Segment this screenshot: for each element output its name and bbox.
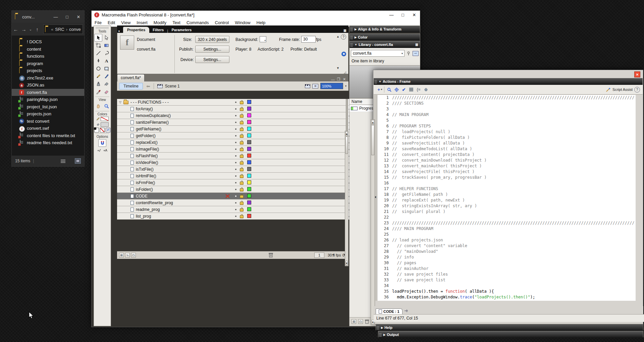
layer-visibility-dot[interactable] bbox=[235, 102, 236, 103]
device-settings-button[interactable]: Settings... bbox=[195, 56, 229, 63]
menu-text[interactable]: Text bbox=[169, 20, 183, 25]
close-icon[interactable]: ✕ bbox=[634, 71, 640, 77]
timeline-layer-row[interactable]: sanitizeFilename() bbox=[117, 119, 346, 126]
scroll-up-icon[interactable]: ▲ bbox=[336, 35, 339, 38]
layer-outline-color-swatch[interactable] bbox=[247, 160, 251, 164]
layer-visibility-dot[interactable] bbox=[235, 149, 236, 150]
layer-visibility-dot[interactable] bbox=[235, 115, 236, 116]
breadcrumb-overflow[interactable]: « bbox=[51, 27, 53, 32]
eyedropper-tool-icon[interactable] bbox=[94, 88, 102, 96]
paint-bucket-tool-icon[interactable] bbox=[102, 80, 110, 88]
menu-commands[interactable]: Commands bbox=[183, 20, 212, 25]
document-tab[interactable]: convert.fla* bbox=[117, 74, 145, 81]
breadcrumb-root[interactable]: SRC bbox=[55, 27, 64, 32]
doc-close-icon[interactable]: ✕ bbox=[341, 77, 347, 81]
file-item[interactable]: project_list.json bbox=[12, 103, 84, 111]
breadcrumb-current[interactable]: conve bbox=[69, 27, 81, 32]
timeline-layer-row[interactable]: isFlashFile() bbox=[117, 153, 346, 159]
file-item[interactable]: projects.json bbox=[12, 110, 84, 118]
maximize-button[interactable]: □ bbox=[397, 11, 409, 19]
straighten-option-icon[interactable] bbox=[103, 148, 108, 154]
brush-tool-icon[interactable] bbox=[102, 72, 110, 80]
check-syntax-icon[interactable]: ✔ bbox=[400, 86, 408, 93]
timeline-layer-row[interactable]: getFileName() bbox=[117, 126, 346, 132]
layer-visibility-dot[interactable] bbox=[235, 162, 236, 163]
new-folder-icon[interactable]: 🗀 bbox=[358, 319, 363, 324]
file-item[interactable]: ! DOCS bbox=[12, 38, 84, 46]
layer-outline-color-swatch[interactable] bbox=[247, 133, 251, 137]
add-motion-guide-icon[interactable]: ∿ bbox=[125, 253, 130, 258]
free-transform-tool-icon[interactable] bbox=[94, 42, 102, 49]
help-icon[interactable]: ? bbox=[634, 87, 640, 93]
layer-lock-icon[interactable] bbox=[240, 195, 244, 198]
layer-outline-color-swatch[interactable] bbox=[247, 201, 251, 205]
script-editor[interactable]: 1///////////////////////////////////////… bbox=[377, 95, 636, 301]
layer-lock-icon[interactable] bbox=[240, 182, 244, 185]
layer-lock-icon[interactable] bbox=[240, 215, 244, 218]
fill-color-swatch[interactable] bbox=[101, 122, 109, 127]
menu-edit[interactable]: Edit bbox=[105, 20, 118, 25]
timeline-layer-row[interactable]: isHtmlFile() bbox=[117, 173, 346, 179]
layer-lock-icon[interactable] bbox=[240, 101, 244, 104]
gradient-transform-tool-icon[interactable] bbox=[102, 42, 110, 49]
details-view-icon[interactable] bbox=[61, 159, 65, 163]
snap-to-objects-magnet-icon[interactable] bbox=[98, 139, 106, 147]
layer-visibility-dot[interactable] bbox=[235, 108, 236, 110]
publish-settings-button[interactable]: Settings... bbox=[195, 46, 229, 53]
layer-visibility-dot[interactable] bbox=[235, 122, 236, 123]
timeline-layer-row[interactable]: getFolder() bbox=[117, 132, 346, 139]
timeline-toggle-button[interactable]: Timeline bbox=[119, 83, 143, 90]
timeline-layer-row[interactable]: isTxtFile() bbox=[117, 166, 346, 173]
actions-window-titlebar[interactable]: ✕ bbox=[373, 70, 643, 78]
auto-format-icon[interactable] bbox=[408, 86, 415, 93]
file-item[interactable]: readme files needed.txt bbox=[12, 139, 84, 147]
menu-modify[interactable]: Modify bbox=[151, 20, 169, 25]
menu-view[interactable]: View bbox=[118, 20, 133, 25]
file-item[interactable]: pairingMap.json bbox=[12, 96, 84, 103]
help-panel-title[interactable]: Help bbox=[384, 326, 392, 330]
timeline-layer-row[interactable]: forArray() bbox=[117, 106, 346, 112]
layer-lock-icon[interactable] bbox=[240, 128, 244, 131]
file-item[interactable]: ↻test convert bbox=[12, 118, 84, 125]
flash-titlebar[interactable]: f Macromedia Flash Professional 8 - [con… bbox=[92, 11, 420, 19]
large-icons-view-icon[interactable] bbox=[75, 158, 81, 164]
back-arrow-icon[interactable]: ⬅ bbox=[146, 83, 150, 89]
file-item[interactable]: program bbox=[12, 60, 84, 67]
timeline-folder-row[interactable]: ▽- - - FUNCTIONS - - - bbox=[117, 99, 346, 106]
close-button[interactable]: ✕ bbox=[73, 11, 84, 23]
insert-layer-icon[interactable]: ⊞ bbox=[119, 253, 124, 258]
forward-icon[interactable]: → bbox=[20, 26, 28, 32]
layer-outline-color-swatch[interactable] bbox=[247, 167, 251, 171]
layer-outline-color-swatch[interactable] bbox=[247, 140, 251, 144]
explorer-titlebar[interactable]: conv... — □ ✕ bbox=[12, 11, 84, 23]
layer-lock-icon[interactable] bbox=[240, 188, 244, 191]
layer-visibility-dot[interactable] bbox=[235, 216, 236, 217]
timeline-vscrollbar[interactable]: ▲ ▼ bbox=[345, 131, 348, 266]
menu-insert[interactable]: Insert bbox=[133, 20, 151, 25]
edit-scene-icon[interactable] bbox=[305, 84, 310, 88]
layer-lock-icon[interactable] bbox=[240, 135, 244, 138]
insert-layer-folder-icon[interactable]: 🗀 bbox=[131, 253, 136, 258]
scroll-down-icon[interactable]: ▼ bbox=[336, 66, 339, 70]
smooth-option-icon[interactable] bbox=[97, 148, 102, 154]
zoom-dropdown-icon[interactable]: ▾ bbox=[345, 84, 346, 88]
align-panel-title[interactable]: Align & Info & Transform bbox=[358, 27, 401, 31]
menu-file[interactable]: File bbox=[92, 20, 105, 25]
recent-locations-icon[interactable]: ⌄ bbox=[28, 27, 33, 31]
layer-outline-color-swatch[interactable] bbox=[247, 187, 251, 191]
layer-outline-color-swatch[interactable] bbox=[247, 147, 251, 151]
color-panel-title[interactable]: Color bbox=[358, 35, 368, 39]
layer-outline-color-swatch[interactable] bbox=[247, 207, 251, 211]
text-tool-icon[interactable]: A bbox=[102, 57, 110, 65]
doc-minimize-icon[interactable]: — bbox=[330, 77, 336, 81]
library-trash-icon[interactable] bbox=[365, 319, 369, 324]
up-icon[interactable]: ↑ bbox=[33, 26, 41, 32]
timeline-layer-row[interactable]: isFolder() bbox=[117, 186, 346, 193]
pin-library-icon[interactable] bbox=[406, 51, 411, 56]
pencil-tool-icon[interactable] bbox=[94, 72, 102, 80]
timeline-layer-row[interactable]: list_prog bbox=[117, 213, 346, 220]
file-item[interactable]: content files to rewrite.txt bbox=[12, 132, 84, 139]
layer-lock-icon[interactable] bbox=[240, 168, 244, 171]
actions-panel-header[interactable]: ▼ Actions - Frame bbox=[374, 78, 643, 85]
tab-filters[interactable]: Filters bbox=[149, 27, 167, 33]
